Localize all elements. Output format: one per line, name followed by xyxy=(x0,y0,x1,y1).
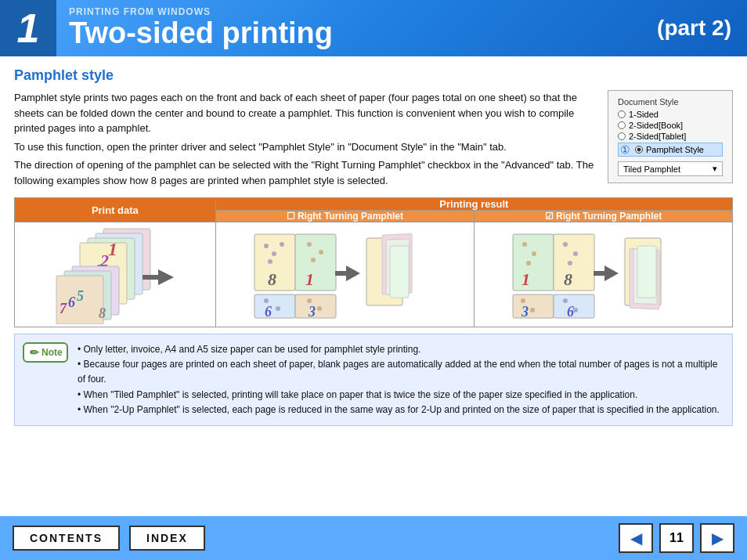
svg-point-43 xyxy=(522,242,527,247)
header-subtitle: PRINTING FROM WINDOWS xyxy=(69,6,657,17)
svg-text:1: 1 xyxy=(108,239,117,259)
svg-text:7: 7 xyxy=(60,301,67,316)
svg-point-24 xyxy=(307,242,312,247)
svg-point-26 xyxy=(311,258,316,262)
svg-text:1: 1 xyxy=(305,269,314,289)
svg-rect-23 xyxy=(295,234,336,291)
svg-rect-47 xyxy=(554,234,594,291)
svg-rect-28 xyxy=(254,294,295,318)
svg-point-57 xyxy=(563,298,568,303)
page-header: 1 PRINTING FROM WINDOWS Two-sided printi… xyxy=(0,0,747,56)
right-turn-illustration: 1 8 3 xyxy=(509,222,697,324)
radio-1sided[interactable] xyxy=(618,110,626,118)
svg-text:8: 8 xyxy=(99,305,106,321)
paragraph-3: The direction of opening of the pamphlet… xyxy=(14,157,595,188)
section-title: Pamphlet style xyxy=(14,67,733,84)
ds-label-2sided-book: 2-Sided[Book] xyxy=(629,121,683,130)
svg-rect-16 xyxy=(143,275,160,280)
radio-pamphlet[interactable] xyxy=(635,146,643,154)
ds-option-1sided: 1-Sided xyxy=(618,110,723,119)
paragraph-1: Pamphlet style prints two pages each on … xyxy=(14,90,595,136)
contents-button[interactable]: CONTENTS xyxy=(13,526,120,551)
svg-text:3: 3 xyxy=(308,304,316,320)
ds-dropdown[interactable]: Tiled Pamphlet ▾ xyxy=(618,161,723,176)
checkbox-checked-icon: ☑ xyxy=(545,211,554,222)
svg-marker-60 xyxy=(604,266,619,281)
paragraph-2: To use this function, open the printer d… xyxy=(14,139,595,155)
note-item-4: When "2-Up Pamphlet" is selected, each p… xyxy=(78,403,721,417)
note-item-3: When "Tiled Pamphlet" is selected, print… xyxy=(78,388,721,403)
document-style-panel: Document Style 1-Sided 2-Sided[Book] 2-S… xyxy=(608,90,733,183)
note-item-1: Only letter, invoice, A4 and A5 size pap… xyxy=(78,342,721,357)
th-print-data: Print data xyxy=(15,198,216,222)
next-button[interactable]: ▶ xyxy=(700,523,734,553)
svg-text:8: 8 xyxy=(564,269,572,289)
note-pencil-icon: ✏ xyxy=(30,346,39,359)
ds-option-2sided-tablet: 2-Sided[Tablet] xyxy=(618,132,723,141)
main-content: Pamphlet style Pamphlet style prints two… xyxy=(0,56,747,439)
svg-rect-61 xyxy=(594,271,606,276)
document-style-title: Document Style xyxy=(618,97,723,107)
svg-point-33 xyxy=(307,298,312,303)
ds-label-1sided: 1-Sided xyxy=(629,110,659,119)
chapter-number: 1 xyxy=(17,8,40,49)
svg-rect-56 xyxy=(554,294,594,318)
ds-dropdown-label: Tiled Pamphlet xyxy=(623,164,680,174)
svg-point-18 xyxy=(264,244,269,248)
svg-rect-37 xyxy=(335,271,348,276)
svg-point-45 xyxy=(526,261,531,266)
page-number: 11 xyxy=(659,523,694,553)
svg-point-34 xyxy=(317,306,322,311)
svg-rect-65 xyxy=(637,246,656,298)
no-right-turn-illustration: 8 1 6 xyxy=(251,222,438,324)
right-turn-cell: 1 8 3 xyxy=(474,222,732,327)
header-text: PRINTING FROM WINDOWS Two-sided printing xyxy=(56,6,657,50)
radio-2sided-book[interactable] xyxy=(618,121,626,129)
print-data-cell: 1 2 3 4 5 6 7 8 xyxy=(15,222,216,327)
ds-option-2sided-book: 2-Sided[Book] xyxy=(618,121,723,130)
ds-option-pamphlet: ① Pamphlet Style xyxy=(618,143,723,157)
chapter-number-box: 1 xyxy=(0,0,56,56)
prev-button[interactable]: ◀ xyxy=(619,523,653,553)
footer: CONTENTS INDEX ◀ 11 ▶ xyxy=(0,516,747,560)
print-table: Print data Printing result ☐ Right Turni… xyxy=(14,197,733,327)
svg-text:6: 6 xyxy=(68,294,75,310)
svg-text:1: 1 xyxy=(521,269,530,289)
svg-text:6: 6 xyxy=(265,304,272,320)
svg-rect-41 xyxy=(390,246,409,298)
note-text: Only letter, invoice, A4 and A5 size pap… xyxy=(78,342,721,417)
checkbox-unchecked-icon: ☐ xyxy=(287,211,295,222)
svg-marker-36 xyxy=(346,266,360,281)
svg-point-49 xyxy=(573,251,578,256)
note-box: ✏ Note Only letter, invoice, A4 and A5 s… xyxy=(14,334,733,426)
th-right-turn: ☑ Right Turning Pamphlet xyxy=(474,211,732,222)
svg-rect-32 xyxy=(295,294,336,318)
svg-point-48 xyxy=(563,242,568,247)
ds-dropdown-icon: ▾ xyxy=(713,164,717,174)
svg-point-29 xyxy=(264,298,269,303)
prev-arrow-icon: ◀ xyxy=(630,529,642,547)
svg-point-30 xyxy=(276,306,280,311)
note-icon: ✏ Note xyxy=(23,342,68,363)
svg-point-25 xyxy=(319,250,323,255)
svg-text:3: 3 xyxy=(521,304,529,320)
print-data-illustration: 1 2 3 4 5 6 7 8 xyxy=(41,222,189,324)
svg-point-54 xyxy=(530,308,535,313)
svg-marker-15 xyxy=(158,269,174,285)
svg-point-53 xyxy=(521,298,525,303)
header-title: Two-sided printing xyxy=(69,17,657,50)
radio-2sided-tablet[interactable] xyxy=(618,132,626,140)
svg-point-19 xyxy=(272,251,276,256)
text-area: Pamphlet style prints two pages each on … xyxy=(14,90,595,191)
header-part: (part 2) xyxy=(657,16,747,41)
svg-text:5: 5 xyxy=(77,288,84,304)
ds-label-pamphlet: Pamphlet Style xyxy=(646,145,704,154)
svg-rect-52 xyxy=(513,294,554,318)
content-area: Pamphlet style prints two pages each on … xyxy=(14,90,733,191)
index-button[interactable]: INDEX xyxy=(129,526,205,551)
svg-point-20 xyxy=(280,242,284,247)
svg-point-50 xyxy=(568,261,572,266)
svg-rect-42 xyxy=(513,234,554,291)
th-printing-result: Printing result xyxy=(215,198,732,211)
svg-point-44 xyxy=(532,251,536,256)
